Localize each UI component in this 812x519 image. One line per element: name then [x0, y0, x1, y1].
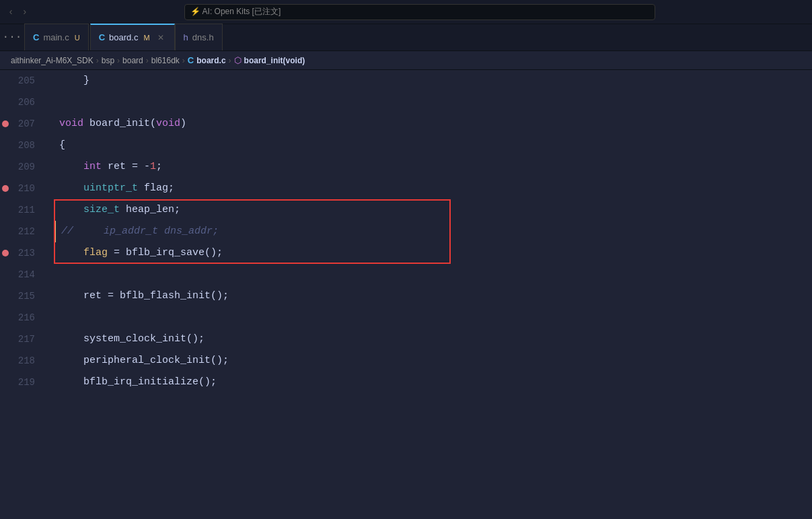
- code-line-219: bflb_irq_initialize();: [54, 372, 812, 393]
- code-line-213: flag = bflb_irq_save();: [54, 242, 812, 264]
- line-number: 217: [11, 328, 51, 350]
- tab-label: dns.h: [192, 32, 214, 42]
- line-211-gutter: 211: [0, 199, 54, 221]
- breadcrumb-sep: ›: [117, 56, 120, 65]
- forward-button[interactable]: ›: [19, 5, 30, 19]
- tab-label: main.c: [43, 32, 69, 42]
- code-text: ret = bflb_flash_init();: [54, 285, 812, 307]
- line-number: 215: [11, 285, 51, 307]
- code-line-217: system_clock_init();: [54, 328, 812, 350]
- breadcrumb-sep: ›: [182, 56, 185, 65]
- code-line-215: ret = bflb_flash_init();: [54, 285, 812, 307]
- breakpoint-area[interactable]: [0, 250, 11, 256]
- code-text: system_clock_init();: [54, 328, 812, 350]
- code-text: {: [54, 135, 812, 156]
- h-icon: h: [184, 32, 188, 42]
- breadcrumb-board-c: board.c: [196, 56, 225, 65]
- line-218-gutter: 218: [0, 350, 54, 372]
- line-209-gutter: 209: [0, 156, 54, 178]
- line-number: 218: [11, 350, 51, 372]
- tabs-row: ··· C main.c U C board.c M ✕ h dns.h: [0, 24, 812, 51]
- breakpoint-dot: [2, 250, 9, 256]
- editor: 205 206 207 208 209: [0, 70, 812, 519]
- breadcrumb-cube-icon: ⬡: [234, 55, 242, 65]
- line-210-gutter: 210: [0, 178, 54, 199]
- back-button[interactable]: ‹: [5, 5, 16, 19]
- code-text: }: [54, 70, 812, 92]
- line-213-gutter: 213: [0, 242, 54, 264]
- line-208-gutter: 208: [0, 135, 54, 156]
- code-line-214: [54, 264, 812, 285]
- breadcrumb-c-icon: C: [188, 55, 194, 65]
- line-number: 211: [11, 199, 51, 221]
- breadcrumb-board: board: [122, 56, 143, 65]
- code-text: size_t heap_len;: [54, 199, 812, 221]
- code-line-209: int ret = -1;: [54, 156, 812, 178]
- line-number: 210: [11, 178, 51, 199]
- line-215-gutter: 215: [0, 285, 54, 307]
- code-line-211: size_t heap_len;: [54, 199, 812, 221]
- line-216-gutter: 216: [0, 307, 54, 328]
- line-number: 209: [11, 156, 51, 178]
- more-tabs-button[interactable]: ···: [0, 24, 24, 50]
- line-number: 205: [11, 70, 51, 92]
- code-line-207: void board_init(void): [54, 113, 812, 135]
- code-line-206: [54, 92, 812, 113]
- breadcrumb-bsp: bsp: [102, 56, 114, 65]
- line-206-gutter: 206: [0, 92, 54, 113]
- line-207-gutter: 207: [0, 113, 54, 135]
- breadcrumb-sdk: aithinker_Ai-M6X_SDK: [11, 56, 94, 65]
- breakpoint-dot: [2, 185, 9, 192]
- line-number: 207: [11, 113, 51, 135]
- code-text: flag = bflb_irq_save();: [54, 242, 812, 264]
- line-number: 206: [11, 92, 51, 113]
- tab-badge-board: M: [143, 34, 149, 42]
- tab-main-c[interactable]: C main.c U: [24, 24, 89, 50]
- line-217-gutter: 217: [0, 328, 54, 350]
- line-number: 214: [11, 264, 51, 285]
- line-219-gutter: 219: [0, 372, 54, 393]
- line-205-gutter: 205: [0, 70, 54, 92]
- line-number: 213: [11, 242, 51, 264]
- c-icon: C: [33, 32, 39, 42]
- top-bar: ‹ › ⚡ AI: Open Kits [已注文]: [0, 0, 812, 24]
- breakpoint-dot: [2, 120, 9, 127]
- code-line-216: [54, 307, 812, 328]
- line-number: 212: [11, 221, 51, 242]
- code-line-208: {: [54, 135, 812, 156]
- line-number: 219: [11, 372, 51, 393]
- breadcrumb: aithinker_Ai-M6X_SDK › bsp › board › bl6…: [0, 51, 812, 70]
- line-number: 208: [11, 135, 51, 156]
- line-number: 216: [11, 307, 51, 328]
- code-line-218: peripheral_clock_init();: [54, 350, 812, 372]
- code-text: peripheral_clock_init();: [54, 350, 812, 372]
- code-text: // ip_addr_t dns_addr;: [54, 221, 812, 242]
- code-text: void board_init(void): [54, 113, 812, 135]
- search-bar-text: ⚡ AI: Open Kits [已注文]: [190, 6, 281, 18]
- tab-label: board.c: [109, 32, 138, 42]
- breakpoint-area[interactable]: [0, 120, 11, 127]
- line-212-gutter: 212: [0, 221, 54, 242]
- tab-badge-main: U: [75, 34, 80, 42]
- tab-dns-h[interactable]: h dns.h: [175, 24, 223, 50]
- code-text: int ret = -1;: [54, 156, 812, 178]
- code-text: bflb_irq_initialize();: [54, 372, 812, 393]
- breakpoint-area[interactable]: [0, 185, 11, 192]
- tab-close-button[interactable]: ✕: [155, 32, 166, 43]
- line-214-gutter: 214: [0, 264, 54, 285]
- breadcrumb-sep: ›: [146, 56, 149, 65]
- code-line-210: uintptr_t flag;: [54, 178, 812, 199]
- code-line-212: // ip_addr_t dns_addr;: [54, 221, 812, 242]
- breadcrumb-bl616dk: bl616dk: [151, 56, 180, 65]
- breadcrumb-function: board_init(void): [244, 56, 305, 65]
- search-bar[interactable]: ⚡ AI: Open Kits [已注文]: [184, 4, 655, 20]
- code-line-205: }: [54, 70, 812, 92]
- tab-board-c[interactable]: C board.c M ✕: [90, 24, 175, 50]
- breadcrumb-sep: ›: [96, 56, 99, 65]
- code-text: uintptr_t flag;: [54, 178, 812, 199]
- c-icon: C: [99, 32, 105, 42]
- breadcrumb-sep: ›: [229, 56, 231, 65]
